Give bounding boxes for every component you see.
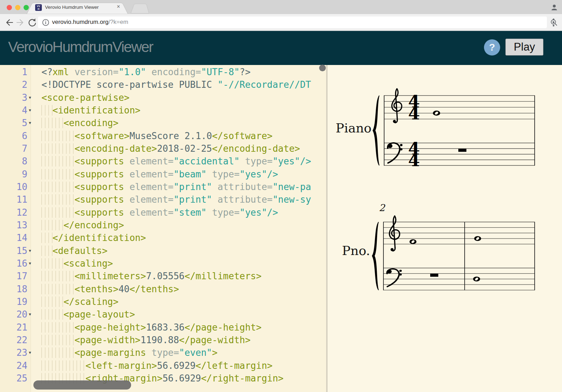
code-line[interactable]: <supports element="print" attribute="new… [41,193,311,206]
tab-title[interactable]: Verovio Humdrum Viewer [45,5,112,10]
back-icon[interactable] [4,17,14,28]
code-token: type= [146,347,179,358]
code-line[interactable]: <scaling> [41,257,113,270]
code-line[interactable]: <page-layout> [41,308,135,321]
main-content: 123▾4▾5▾6789101112131415▾16▾17181920▾212… [0,65,562,392]
indent-guides [41,220,64,230]
code-token: <defaults> [52,246,108,256]
whole-rest[interactable] [430,274,438,277]
staff-label-pno: Pno. [342,243,370,258]
code-token: "print" [174,194,212,205]
forward-icon[interactable] [15,17,26,28]
code-token: </software> [212,131,272,141]
whole-rest[interactable] [458,149,466,152]
code-token: <identification> [52,105,140,116]
code-token: </identification> [52,233,146,243]
code-token: type= [207,169,240,179]
code-token: attribute= [212,182,272,192]
system-brace [373,96,379,165]
code-line[interactable]: <encoding-date>2018-02-25</encoding-date… [41,142,300,155]
system-2[interactable]: 2 Pno. [342,202,535,290]
play-button[interactable]: Play [505,39,543,55]
divider-drag-handle[interactable] [319,65,326,71]
code-line[interactable]: <page-height>1683.36</page-height> [41,321,261,334]
code-line[interactable]: <?xml version="1.0" encoding="UTF-8"?> [41,66,251,78]
code-line[interactable]: <supports element="beam" type="yes"/> [41,168,278,181]
code-token: </encoding-date> [212,143,300,154]
profile-icon[interactable] [550,4,558,11]
page-info-icon[interactable] [41,18,50,27]
code-token: <supports [75,207,124,218]
system-1[interactable]: Piano [336,89,535,170]
indent-guides [41,284,75,294]
vhv-header: VerovioHumdrumViewer [0,31,562,65]
code-line[interactable]: <tenths>40</tenths> [41,283,179,295]
reload-icon[interactable] [27,17,37,28]
url-host: verovio.humdrum.org [52,19,109,25]
address-bar[interactable]: verovio.humdrum.org/?k=em ☆ [38,17,547,28]
code-line[interactable]: <supports element="print" attribute="new… [41,181,311,193]
indent-guides [41,156,75,166]
code-token: element= [124,156,174,166]
code-line[interactable]: <defaults> [41,244,108,257]
code-line[interactable]: <supports element="accidental" type="yes… [41,155,311,168]
browser-window: VV H Verovio Humdrum Viewer × verovio [0,0,562,392]
notation-pane: Piano [328,65,562,392]
code-line[interactable]: </scaling> [41,295,118,308]
indent-guides [41,182,75,192]
code-token: <page-layout> [64,309,135,320]
code-line[interactable]: <page-width>1190.88</page-width> [41,334,251,346]
indent-guides [41,258,64,269]
code-token: "-//Recordare//DT [218,79,311,90]
whole-note[interactable] [473,277,480,282]
horizontal-scrollbar[interactable] [33,380,131,390]
code-line[interactable]: <page-margins type="even"> [41,346,218,359]
code-token: <score-partwise> [41,92,129,103]
code-line[interactable]: <!DOCTYPE score-partwise PUBLIC "-//Reco… [41,78,311,91]
code-token: <left-margin> [85,360,157,371]
code-token: <scaling> [64,258,113,269]
code-lines[interactable]: <?xml version="1.0" encoding="UTF-8"?><!… [0,65,326,392]
new-tab-button[interactable] [131,4,149,13]
whole-note[interactable] [474,236,481,241]
code-token: <supports [75,156,124,166]
code-token: <page-width> [75,335,141,345]
code-token: <supports [75,169,124,179]
code-line[interactable]: <score-partwise> [41,91,129,104]
staff-lines [383,222,535,290]
indent-guides [41,309,64,320]
treble-clef-icon [389,216,400,251]
musicxml-editor[interactable]: 123▾4▾5▾6789101112131415▾16▾17181920▾212… [0,65,326,392]
chrome-menu-icon[interactable] [553,18,555,27]
code-line[interactable]: <millimeters>7.05556</millimeters> [41,270,261,282]
code-line[interactable]: <supports element="stem" type="yes"/> [41,206,278,219]
code-token: /> [267,169,278,179]
code-line[interactable]: <software>MuseScore 2.1.0</software> [41,130,272,142]
indent-guides [41,347,75,358]
code-token: <encoding> [64,118,119,128]
svg-text:4: 4 [408,150,420,170]
code-token: "accidental" [174,156,240,166]
tab-close-icon[interactable]: × [115,4,122,10]
code-line[interactable]: </identification> [41,231,146,244]
code-token: </millimeters> [185,271,261,281]
code-line[interactable]: <identification> [41,104,141,117]
code-line[interactable]: <encoding> [41,117,118,129]
code-token: MuseScore 2.1.0 [129,131,212,141]
code-token: </right-margin> [201,373,284,384]
indent-guides [41,105,52,116]
code-token: <!DOCTYPE score-partwise PUBLIC [41,79,218,90]
indent-guides [41,207,75,218]
code-line[interactable]: </encoding> [41,219,124,231]
code-line[interactable]: <left-margin>56.6929</left-margin> [41,359,272,372]
code-token: <tenths> [75,284,118,294]
whole-note[interactable] [433,111,440,116]
whole-note[interactable] [409,239,416,244]
code-token: </scaling> [64,296,119,307]
help-button[interactable]: ? [484,39,500,55]
url-text[interactable]: verovio.humdrum.org/?k=em [52,19,128,26]
code-token: "yes" [240,207,267,218]
indent-guides [41,360,85,371]
code-token: "print" [174,182,212,192]
indent-guides [41,194,75,205]
